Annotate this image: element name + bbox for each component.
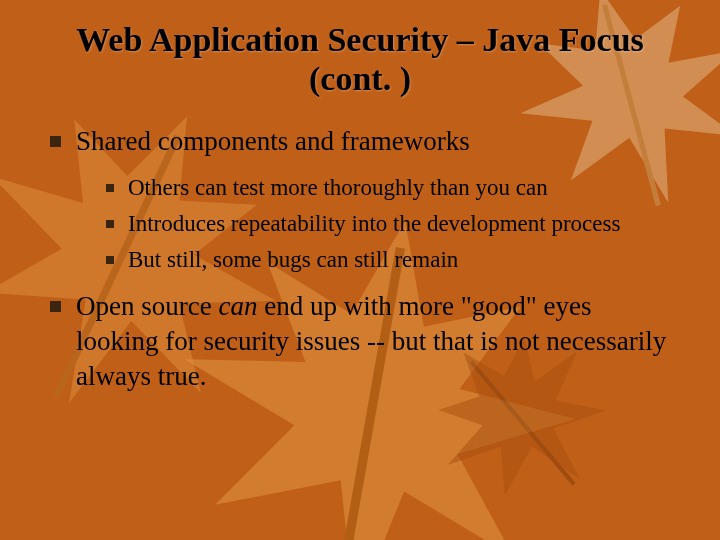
bullet-text: But still, some bugs can still remain (128, 247, 458, 272)
bullet-text: Introduces repeatability into the develo… (128, 211, 620, 236)
slide: Web Application Security – Java Focus (c… (0, 0, 720, 540)
bullet-list-level1: Shared components and frameworks Others … (50, 124, 680, 394)
bullet-text-em: can (218, 291, 257, 321)
bullet-list-level2: Others can test more thoroughly than you… (106, 173, 680, 275)
slide-content: Web Application Security – Java Focus (c… (0, 0, 720, 394)
bullet-text: Others can test more thoroughly than you… (128, 175, 548, 200)
list-item: Introduces repeatability into the develo… (106, 209, 680, 239)
list-item: Open source can end up with more "good" … (50, 289, 680, 394)
bullet-text: Shared components and frameworks (76, 126, 470, 156)
list-item: But still, some bugs can still remain (106, 245, 680, 275)
slide-title: Web Application Security – Java Focus (c… (40, 20, 680, 98)
list-item: Others can test more thoroughly than you… (106, 173, 680, 203)
bullet-text-pre: Open source (76, 291, 218, 321)
list-item: Shared components and frameworks Others … (50, 124, 680, 275)
